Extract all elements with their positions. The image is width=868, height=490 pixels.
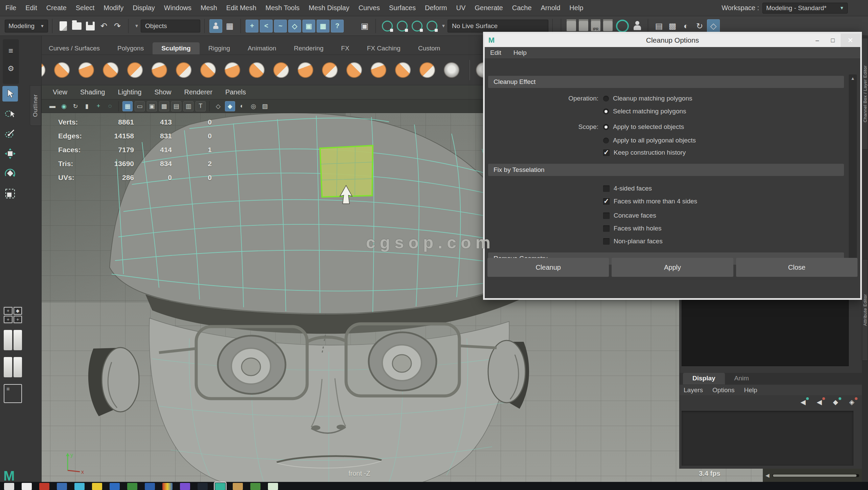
single-pane-layout-button[interactable] [3,329,23,351]
menu-deform[interactable]: Deform [425,4,447,12]
tab-display[interactable]: Display [683,373,725,384]
radio-apply-selected[interactable] [603,124,609,130]
amplify-brush-icon[interactable] [419,62,435,78]
menu-uv[interactable]: UV [456,4,466,12]
horizontal-scrollbar[interactable] [772,474,859,477]
sculpt-icon[interactable]: ↻ [693,20,706,32]
taskbar-app-icon[interactable] [162,483,173,490]
scale-tool[interactable] [2,186,18,201]
bookmark-icon[interactable]: ▮ [82,102,92,111]
menu-help[interactable]: Help [569,4,583,12]
shelf-tab-curves-surfaces[interactable]: Curves / Surfaces [40,42,109,54]
workspace-selector[interactable]: Modeling - Standard* ▼ [762,3,848,14]
render-settings-icon[interactable] [603,21,613,31]
section-fix-by-tesselation[interactable]: Fix by Tesselation [488,164,844,176]
menu-mesh-display[interactable]: Mesh Display [309,4,349,12]
shelf-menu-icon[interactable]: ≡ [8,46,13,55]
radio-select-matching[interactable] [603,109,609,114]
shelf-tab-polygons[interactable]: Polygons [109,42,153,54]
shelf-tab-animation[interactable]: Animation [239,42,285,54]
taskbar-app-icon[interactable] [22,483,32,490]
launch-render-setup-icon[interactable] [616,20,629,32]
wax-brush-icon[interactable] [273,62,289,78]
menu-modify[interactable]: Modify [104,4,123,12]
tab-anim[interactable]: Anim [725,373,758,384]
menu-mesh[interactable]: Mesh [201,4,217,12]
menu-cache[interactable]: Cache [512,4,532,12]
dialog-menu-edit[interactable]: Edit [490,49,501,57]
shelf-tab-rigging[interactable]: Rigging [200,42,239,54]
scroll-left-icon[interactable]: ◀ [766,472,770,478]
checkbox-concave-faces[interactable] [603,213,610,219]
relax-brush-icon[interactable] [78,62,94,78]
safe-title-icon[interactable]: T [196,101,206,111]
radio-cleanup-matching[interactable] [603,96,609,102]
lock-camera-icon[interactable]: ◉ [59,102,69,111]
attribute-editor-tab[interactable]: Attribute Editor [862,259,868,361]
menu-set-selector[interactable]: Modeling ▼ [5,20,48,32]
taskbar-start-icon[interactable] [4,483,14,490]
select-hierarchy-icon[interactable] [209,19,222,33]
section-cleanup-effect[interactable]: Cleanup Effect [488,76,844,88]
taskbar-app-icon[interactable] [180,483,190,490]
apply-button[interactable]: Apply [612,258,733,277]
ipr-render-icon[interactable]: IPR [591,21,600,31]
four-view-layout-button[interactable]: +◆++ [3,306,23,324]
paint-select-tool[interactable] [2,126,18,141]
imprint-brush-icon[interactable] [249,62,265,78]
taskbar-app-icon[interactable] [145,483,155,490]
construction-history-icon[interactable] [382,21,393,31]
scroll-up-icon[interactable]: ▲ [851,76,855,81]
checkbox-faces-with-holes[interactable] [603,225,610,232]
dialog-menu-help[interactable]: Help [513,49,527,57]
make-live-icon[interactable]: ▣ [302,20,315,32]
minimize-button[interactable]: – [809,34,825,47]
xgen-icon[interactable]: ◇ [707,19,720,33]
close-button[interactable]: Close [736,258,858,277]
layer-list-empty[interactable] [682,411,853,466]
empty-layer-icon[interactable]: ◆ [830,398,841,406]
move-tool[interactable] [2,146,18,161]
snap-help-icon[interactable]: ? [331,20,344,32]
shelf-tab-sculpting[interactable]: Sculpting [153,42,200,54]
curve-history-icon[interactable] [427,21,437,31]
vp-menu-panels[interactable]: Panels [225,88,246,96]
snap-to-grid-icon[interactable]: + [246,20,258,32]
channel-box-empty-area[interactable] [682,300,849,366]
selection-mask-dropdown-icon[interactable]: ▼ [133,20,140,32]
menu-windows[interactable]: Windows [164,4,191,12]
pinch-brush-icon[interactable] [127,62,143,78]
hypershade-icon[interactable] [633,21,642,31]
taskbar-app-icon[interactable] [74,483,85,490]
checkbox-more-than-4-sides[interactable] [603,198,610,205]
radio-apply-all[interactable] [603,138,609,143]
smooth-brush-icon[interactable] [54,62,70,78]
live-surface-dropdown-icon[interactable]: ▼ [440,20,447,32]
menu-edit[interactable]: Edit [25,4,37,12]
menu-generate[interactable]: Generate [475,4,503,12]
menu-file[interactable]: File [5,4,16,12]
taskbar-app-icon[interactable] [250,483,260,490]
paint-effects-icon[interactable]: ▤ [653,20,665,32]
gate-mask-icon[interactable]: ▩ [159,101,169,111]
vp-menu-view[interactable]: View [53,88,67,96]
taskbar-folder-icon[interactable] [233,483,243,490]
shelf-tab-custom[interactable]: Custom [409,42,449,54]
maximize-button[interactable]: □ [825,34,841,47]
render-current-frame-icon[interactable] [579,21,588,31]
taskbar-app-icon[interactable] [92,483,102,490]
bulge-brush-icon[interactable] [395,62,411,78]
highlight-selection-icon[interactable]: ▣ [359,20,371,32]
menu-select[interactable]: Select [76,4,95,12]
channel-box-layer-editor-tab[interactable]: Channel Box / Layer Editor [862,38,868,150]
snap-to-view-icon[interactable]: ▦ [317,20,329,32]
checkbox-4-sided-faces[interactable] [603,185,610,192]
open-scene-icon[interactable] [71,20,83,32]
shelf-tab-fx[interactable]: FX [332,42,358,54]
checkbox-keep-history[interactable] [603,150,610,156]
new-layer-icon[interactable]: ◈ [847,398,857,406]
lock-selection-icon[interactable] [345,20,357,32]
tumble-camera-icon[interactable]: ↻ [71,102,80,111]
snap-to-point-icon[interactable]: ~ [274,20,287,32]
move-layer-up-icon[interactable]: ◀ [798,398,808,406]
